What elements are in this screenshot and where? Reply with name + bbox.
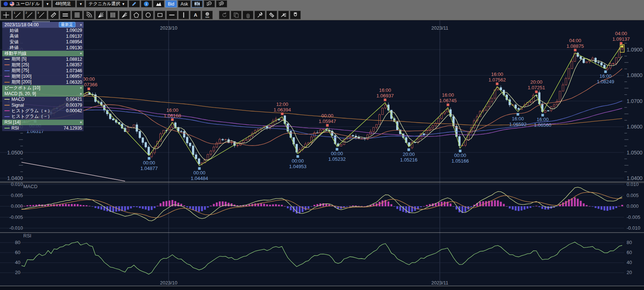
swing-time-label: 16:00 — [537, 117, 549, 122]
peak-marker — [447, 103, 449, 106]
swing-time-label: 16:00 — [442, 92, 454, 98]
vertical-line-tool[interactable] — [178, 11, 189, 19]
currency-dropdown-arrow[interactable]: ▼ — [43, 0, 51, 7]
section-title: ピークボトム [10] — [4, 85, 40, 91]
rsi-axis-label-right: 80 — [627, 240, 632, 245]
pentagon-tool[interactable] — [131, 11, 142, 19]
macd-panel-title: MACD — [23, 184, 37, 189]
chevron-down-icon: ▼ — [79, 2, 82, 6]
technical-selector[interactable]: テクニカル選択 ▼ — [86, 0, 127, 7]
swing-time-label: 16:00 — [166, 107, 179, 113]
panel-drag-handle[interactable] — [33, 21, 50, 22]
trendline-3-icon — [38, 12, 45, 18]
crosshair-tool[interactable] — [1, 11, 11, 19]
svg-text:icon: icon — [205, 16, 209, 18]
horizontal-line-tool[interactable] — [166, 11, 177, 19]
close-icon[interactable]: × — [78, 91, 82, 96]
close-icon[interactable]: × — [78, 51, 82, 56]
toolbar-strip: ユーロ/ドル ▼ 4時間足 ▼ テクニカル選択 ▼ i Bid Ask — [0, 0, 644, 20]
fibonacci-arcs-tool[interactable] — [84, 11, 94, 19]
ellipse-tool[interactable] — [143, 11, 154, 19]
us-flag-icon — [10, 1, 14, 6]
eraser-tool[interactable] — [266, 11, 277, 19]
indicator-value-row: Signal0.00379 — [2, 102, 84, 108]
angle-lines-tool[interactable] — [119, 11, 130, 19]
horizontal-lines-icon — [74, 12, 80, 18]
copy-tool[interactable] — [231, 11, 242, 19]
info-icon: i — [144, 1, 149, 7]
rsi-panel-title: RSI — [23, 233, 31, 239]
peak-marker — [281, 113, 284, 115]
currency-selector[interactable]: ユーロ/ドル — [1, 0, 42, 7]
icon-stamp-tool[interactable]: icon — [202, 11, 213, 19]
settings-list-tool[interactable] — [278, 11, 289, 19]
price-axis-label-left: 1.0500 — [7, 150, 23, 156]
timeframe-selector[interactable]: 4時間足 — [53, 0, 75, 7]
text-tool[interactable]: A — [190, 11, 201, 19]
row-label: MACD — [11, 97, 24, 102]
wrench-tool[interactable] — [254, 11, 265, 19]
month-label-bottom: 2023/10 — [160, 280, 178, 286]
ask-button[interactable]: Ask — [178, 0, 190, 7]
latest-bar-button[interactable]: 最新足 — [59, 22, 75, 27]
row-label: 終値 — [4, 44, 18, 51]
ruler-tool[interactable] — [48, 11, 59, 19]
month-label-bottom: 2023/11 — [431, 280, 448, 286]
line-color-swatch — [4, 64, 10, 65]
magnet-icon — [292, 12, 299, 18]
chart-window: 2023/102023/102023/112023/111.09001.0900… — [0, 0, 644, 290]
close-icon[interactable]: × — [78, 86, 82, 90]
trendline-2-tool[interactable]: 2 — [24, 11, 35, 19]
area-chart-button[interactable] — [153, 0, 164, 7]
swing-time-label: 00:00 — [143, 160, 155, 166]
swing-price-label: 1.05216 — [400, 157, 418, 163]
zoom-in-button[interactable] — [216, 0, 227, 7]
vertical-lines-tool[interactable] — [107, 11, 118, 19]
row-value: 1.07346 — [66, 68, 82, 73]
rsi-axis-label-right: 60 — [627, 250, 632, 255]
draw-pencil-button[interactable] — [129, 0, 140, 7]
chart-canvas[interactable]: 2023/102023/102023/112023/111.09001.0900… — [0, 0, 644, 290]
macd-axis-label-right: 0.000 — [627, 203, 639, 209]
horizontal-lines-tool[interactable] — [72, 11, 82, 19]
fibonacci-fan-tool[interactable] — [95, 11, 106, 19]
indicator-value-row: 始値1.09029 — [2, 28, 84, 34]
peak-marker — [384, 99, 387, 101]
parallel-lines-tool[interactable] — [60, 11, 71, 19]
bottom-marker — [459, 150, 462, 152]
pencil-icon — [131, 1, 137, 7]
swing-price-label: 1.06937 — [377, 93, 394, 99]
bid-button[interactable]: Bid — [165, 0, 177, 7]
ellipse-icon — [145, 12, 151, 18]
timeframe-dropdown-arrow[interactable]: ▼ — [77, 0, 85, 7]
zoom-out-button[interactable] — [204, 0, 215, 7]
indicator-value-row: ヒストグラム（＋）0.00042 — [2, 108, 84, 114]
swing-price-label: 1.05947 — [319, 119, 336, 124]
rectangle-tool[interactable] — [155, 11, 165, 19]
price-axis-label-right: 1.0700 — [627, 98, 643, 104]
swing-time-label: 00:00 — [331, 151, 343, 156]
price-axis-label-right: 1.0600 — [627, 124, 643, 130]
row-label: 期間 [25] — [11, 62, 29, 68]
magnet-tool[interactable] — [290, 11, 301, 19]
close-icon[interactable]: × — [78, 120, 82, 124]
current-candle-handle[interactable] — [621, 45, 623, 47]
row-value: 0.00421 — [66, 97, 82, 102]
swing-price-label: 1.05166 — [452, 158, 469, 164]
pan-tool[interactable] — [243, 11, 253, 19]
indicator-value-row: MACD0.00421 — [2, 97, 84, 103]
price-axis-label-right: 1.0400 — [627, 175, 643, 181]
candlestick-mode-button[interactable] — [192, 0, 203, 7]
undo-tool[interactable] — [219, 11, 230, 19]
swing-time-label: 04:00 — [615, 31, 627, 36]
close-icon[interactable]: × — [78, 23, 82, 27]
trendline-3-tool[interactable]: 3 — [36, 11, 47, 19]
row-value: 74.12935 — [64, 126, 82, 131]
trendline-1-tool[interactable]: 1 — [13, 11, 23, 19]
bottom-marker — [198, 167, 201, 170]
rectangle-icon — [157, 12, 163, 18]
peak-marker — [574, 49, 577, 51]
price-axis-label-left: 1.0400 — [7, 175, 23, 181]
info-button[interactable]: i — [141, 0, 152, 7]
fibonacci-arcs-icon — [86, 12, 92, 18]
